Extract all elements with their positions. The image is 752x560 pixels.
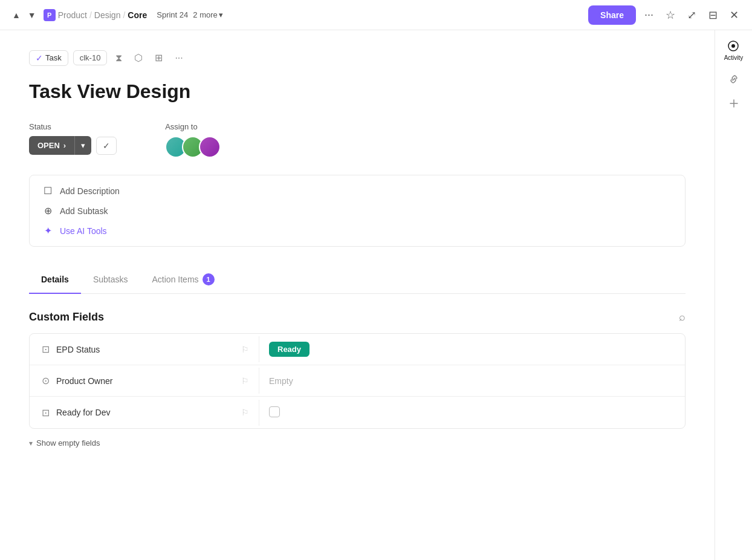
status-field: Status OPEN › ▾ ✓	[29, 122, 117, 155]
breadcrumb-sep-2: /	[123, 10, 125, 20]
show-empty-chevron-icon: ▾	[29, 439, 33, 448]
svg-point-1	[731, 44, 735, 48]
description-icon: ☐	[42, 185, 54, 197]
timer-icon-button[interactable]: ⧗	[112, 50, 126, 66]
add-subtask-label: Add Subtask	[60, 206, 108, 216]
activity-icon	[727, 40, 739, 52]
assignees-list[interactable]	[165, 136, 221, 158]
status-chevron-icon: ›	[63, 141, 66, 150]
link-sidebar-button[interactable]	[728, 73, 740, 85]
task-id-badge[interactable]: clk-10	[73, 50, 108, 65]
table-row: ⊙ Product Owner ⚐ Empty	[30, 365, 685, 397]
link-icon	[728, 73, 740, 85]
close-button[interactable]: ✕	[726, 5, 742, 25]
expand-button[interactable]: ⤢	[684, 5, 700, 25]
product-owner-pin-button[interactable]: ⚐	[241, 376, 249, 386]
task-type-badge[interactable]: ✓ Task	[29, 50, 68, 66]
task-type-label: Task	[45, 53, 62, 62]
product-owner-icon: ⊙	[39, 375, 51, 386]
custom-fields-header: Custom Fields ⌕	[29, 311, 686, 324]
content-area: ✓ Task clk-10 ⧗ ⬡ ⊞ ··· Task View Design…	[0, 30, 715, 560]
action-items-badge: 1	[203, 273, 215, 285]
status-label: Status	[29, 122, 117, 131]
cf-product-owner-label-col: ⊙ Product Owner ⚐	[30, 368, 259, 394]
cf-ready-for-dev-value-col[interactable]	[259, 399, 685, 426]
use-ai-tools-label: Use AI Tools	[60, 226, 107, 236]
ready-for-dev-label: Ready for Dev	[56, 408, 110, 417]
breadcrumb: P Product / Design / Core	[44, 9, 147, 21]
right-sidebar: Activity	[715, 30, 752, 560]
breadcrumb-product-icon: P	[44, 9, 56, 21]
star-button[interactable]: ☆	[662, 5, 679, 25]
cf-epd-status-value-col[interactable]: Ready	[259, 334, 685, 364]
tab-details[interactable]: Details	[29, 266, 81, 294]
add-sidebar-button[interactable]	[728, 97, 740, 109]
use-ai-tools-action[interactable]: ✦ Use AI Tools	[42, 225, 673, 236]
more-badge[interactable]: 2 more ▾	[193, 10, 222, 19]
compress-button[interactable]: ⊟	[705, 5, 721, 25]
breadcrumb-sep-1: /	[89, 10, 92, 20]
ai-icon: ✦	[42, 225, 54, 236]
epd-status-label: EPD Status	[56, 345, 100, 354]
epd-status-icon: ⊡	[39, 343, 51, 355]
tabs-row: Details Subtasks Action Items 1	[29, 266, 686, 294]
nav-down-button[interactable]: ▼	[25, 8, 39, 22]
breadcrumb-design[interactable]: Design	[94, 10, 121, 20]
tab-subtasks-label: Subtasks	[93, 275, 128, 284]
epd-status-pin-button[interactable]: ⚐	[241, 345, 249, 354]
tag-icon-button[interactable]: ⬡	[131, 50, 146, 66]
task-header-bar: ✓ Task clk-10 ⧗ ⬡ ⊞ ···	[29, 50, 686, 66]
image-icon-button[interactable]: ⊞	[151, 50, 166, 66]
add-subtask-action[interactable]: ⊕ Add Subtask	[42, 205, 673, 217]
activity-sidebar-button[interactable]: Activity	[724, 40, 744, 61]
status-dropdown-button[interactable]: ▾	[74, 136, 91, 155]
cf-product-owner-value-col[interactable]: Empty	[259, 369, 685, 393]
tab-action-items[interactable]: Action Items 1	[140, 266, 227, 294]
ready-for-dev-icon: ⊡	[39, 407, 51, 418]
activity-label: Activity	[724, 54, 744, 61]
add-description-action[interactable]: ☐ Add Description	[42, 185, 673, 197]
avatar-3[interactable]	[199, 136, 221, 158]
subtask-icon: ⊕	[42, 205, 54, 217]
nav-arrows: ▲ ▼	[10, 8, 39, 22]
topbar: ▲ ▼ P Product / Design / Core Sprint 24 …	[0, 0, 752, 30]
custom-fields-table: ⊡ EPD Status ⚐ Ready ⊙ Product Owner ⚐ E…	[29, 333, 686, 429]
product-owner-empty: Empty	[269, 376, 293, 386]
status-btn-group: OPEN › ▾ ✓	[29, 136, 117, 155]
share-button[interactable]: Share	[588, 5, 636, 25]
ready-for-dev-pin-button[interactable]: ⚐	[241, 408, 249, 417]
product-owner-label: Product Owner	[56, 376, 112, 386]
custom-fields-title: Custom Fields	[29, 311, 104, 324]
tab-action-items-label: Action Items	[152, 275, 199, 284]
status-assign-row: Status OPEN › ▾ ✓ Assign to	[29, 122, 686, 158]
nav-up-button[interactable]: ▲	[10, 8, 23, 22]
tab-subtasks[interactable]: Subtasks	[81, 266, 140, 294]
status-check-button[interactable]: ✓	[96, 137, 117, 155]
custom-fields-search-button[interactable]: ⌕	[679, 311, 686, 324]
cf-ready-for-dev-label-col: ⊡ Ready for Dev ⚐	[30, 400, 259, 426]
epd-status-ready-badge: Ready	[269, 342, 310, 357]
add-description-label: Add Description	[60, 186, 120, 196]
breadcrumb-core[interactable]: Core	[128, 10, 147, 20]
breadcrumb-product[interactable]: Product	[58, 10, 87, 20]
sprint-badge[interactable]: Sprint 24	[157, 10, 188, 19]
status-open-button[interactable]: OPEN ›	[29, 136, 74, 155]
show-empty-fields[interactable]: ▾ Show empty fields	[29, 438, 686, 448]
more-task-options-button[interactable]: ···	[171, 50, 186, 66]
show-empty-label: Show empty fields	[36, 438, 100, 448]
task-title: Task View Design	[29, 80, 686, 103]
more-options-button[interactable]: ···	[641, 5, 657, 25]
main-layout: ✓ Task clk-10 ⧗ ⬡ ⊞ ··· Task View Design…	[0, 30, 752, 560]
assign-field: Assign to	[165, 122, 221, 158]
description-box: ☐ Add Description ⊕ Add Subtask ✦ Use AI…	[29, 175, 686, 247]
ready-for-dev-checkbox[interactable]	[269, 406, 280, 417]
plus-icon	[728, 97, 740, 109]
cf-epd-status-label-col: ⊡ EPD Status ⚐	[30, 336, 259, 362]
table-row: ⊡ EPD Status ⚐ Ready	[30, 334, 685, 365]
assign-label: Assign to	[165, 122, 221, 131]
tab-details-label: Details	[41, 275, 69, 284]
table-row: ⊡ Ready for Dev ⚐	[30, 397, 685, 428]
task-check-icon: ✓	[36, 53, 43, 63]
status-value: OPEN	[37, 141, 60, 150]
